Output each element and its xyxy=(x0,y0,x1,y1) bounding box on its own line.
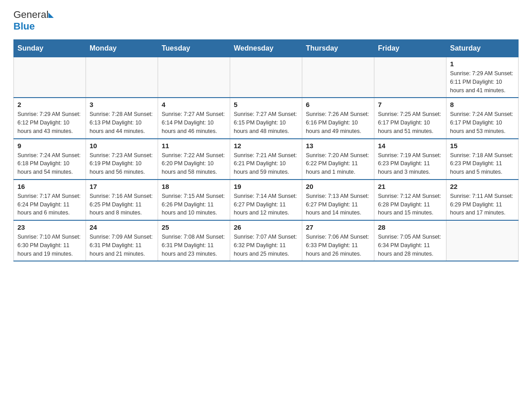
calendar-day-cell xyxy=(230,57,302,98)
day-of-week-header: Tuesday xyxy=(158,40,230,57)
day-info: Sunrise: 7:05 AM Sunset: 6:34 PM Dayligh… xyxy=(378,233,442,258)
day-info: Sunrise: 7:22 AM Sunset: 6:20 PM Dayligh… xyxy=(162,151,226,176)
day-info: Sunrise: 7:26 AM Sunset: 6:16 PM Dayligh… xyxy=(306,110,370,135)
day-number: 26 xyxy=(234,223,298,231)
day-number: 24 xyxy=(90,223,154,231)
day-number: 6 xyxy=(306,101,370,108)
calendar-day-cell xyxy=(302,57,374,98)
calendar-day-cell: 21Sunrise: 7:12 AM Sunset: 6:28 PM Dayli… xyxy=(374,180,446,220)
day-number: 11 xyxy=(162,142,226,150)
calendar-day-cell: 10Sunrise: 7:23 AM Sunset: 6:19 PM Dayli… xyxy=(86,139,158,180)
day-of-week-header: Thursday xyxy=(302,40,374,57)
page-header: General Blue xyxy=(13,9,519,32)
day-info: Sunrise: 7:29 AM Sunset: 6:11 PM Dayligh… xyxy=(450,69,515,94)
day-number: 28 xyxy=(378,223,442,231)
calendar-week-row: 9Sunrise: 7:24 AM Sunset: 6:18 PM Daylig… xyxy=(14,139,519,180)
calendar-day-cell xyxy=(14,57,86,98)
calendar-day-cell: 7Sunrise: 7:25 AM Sunset: 6:17 PM Daylig… xyxy=(374,98,446,138)
day-info: Sunrise: 7:23 AM Sunset: 6:19 PM Dayligh… xyxy=(90,151,154,176)
calendar-day-cell: 27Sunrise: 7:06 AM Sunset: 6:33 PM Dayli… xyxy=(302,220,374,261)
day-number: 12 xyxy=(234,142,298,150)
calendar-day-cell: 25Sunrise: 7:08 AM Sunset: 6:31 PM Dayli… xyxy=(158,220,230,261)
calendar-day-cell: 6Sunrise: 7:26 AM Sunset: 6:16 PM Daylig… xyxy=(302,98,374,138)
day-info: Sunrise: 7:19 AM Sunset: 6:23 PM Dayligh… xyxy=(378,151,442,176)
day-number: 19 xyxy=(234,183,298,190)
day-number: 20 xyxy=(306,183,370,190)
calendar-day-cell: 12Sunrise: 7:21 AM Sunset: 6:21 PM Dayli… xyxy=(230,139,302,180)
day-number: 25 xyxy=(162,223,226,231)
day-info: Sunrise: 7:12 AM Sunset: 6:28 PM Dayligh… xyxy=(378,192,442,217)
day-info: Sunrise: 7:18 AM Sunset: 6:23 PM Dayligh… xyxy=(450,151,515,176)
calendar-day-cell: 24Sunrise: 7:09 AM Sunset: 6:31 PM Dayli… xyxy=(86,220,158,261)
day-of-week-header: Sunday xyxy=(14,40,86,57)
day-number: 16 xyxy=(17,183,82,190)
logo: General Blue xyxy=(13,9,54,32)
day-info: Sunrise: 7:29 AM Sunset: 6:12 PM Dayligh… xyxy=(17,110,82,135)
calendar-week-row: 2Sunrise: 7:29 AM Sunset: 6:12 PM Daylig… xyxy=(14,98,519,138)
calendar-day-cell: 2Sunrise: 7:29 AM Sunset: 6:12 PM Daylig… xyxy=(14,98,86,138)
day-number: 21 xyxy=(378,183,442,190)
calendar-header-row: SundayMondayTuesdayWednesdayThursdayFrid… xyxy=(14,40,519,57)
calendar-week-row: 16Sunrise: 7:17 AM Sunset: 6:24 PM Dayli… xyxy=(14,180,519,220)
calendar-day-cell: 11Sunrise: 7:22 AM Sunset: 6:20 PM Dayli… xyxy=(158,139,230,180)
day-info: Sunrise: 7:21 AM Sunset: 6:21 PM Dayligh… xyxy=(234,151,298,176)
day-info: Sunrise: 7:07 AM Sunset: 6:32 PM Dayligh… xyxy=(234,233,298,258)
day-number: 17 xyxy=(90,183,154,190)
day-number: 7 xyxy=(378,101,442,108)
day-number: 8 xyxy=(450,101,515,108)
day-info: Sunrise: 7:25 AM Sunset: 6:17 PM Dayligh… xyxy=(378,110,442,135)
day-of-week-header: Monday xyxy=(86,40,158,57)
day-info: Sunrise: 7:24 AM Sunset: 6:17 PM Dayligh… xyxy=(450,110,515,135)
day-number: 4 xyxy=(162,101,226,108)
calendar-day-cell: 16Sunrise: 7:17 AM Sunset: 6:24 PM Dayli… xyxy=(14,180,86,220)
calendar-day-cell xyxy=(86,57,158,98)
logo-triangle-icon xyxy=(48,13,54,18)
calendar-day-cell: 26Sunrise: 7:07 AM Sunset: 6:32 PM Dayli… xyxy=(230,220,302,261)
calendar-day-cell: 19Sunrise: 7:14 AM Sunset: 6:27 PM Dayli… xyxy=(230,180,302,220)
day-of-week-header: Friday xyxy=(374,40,446,57)
day-info: Sunrise: 7:10 AM Sunset: 6:30 PM Dayligh… xyxy=(17,233,82,258)
calendar-week-row: 23Sunrise: 7:10 AM Sunset: 6:30 PM Dayli… xyxy=(14,220,519,261)
day-number: 14 xyxy=(378,142,442,150)
day-number: 3 xyxy=(90,101,154,108)
day-number: 1 xyxy=(450,60,515,68)
day-info: Sunrise: 7:20 AM Sunset: 6:22 PM Dayligh… xyxy=(306,151,370,176)
calendar-day-cell: 14Sunrise: 7:19 AM Sunset: 6:23 PM Dayli… xyxy=(374,139,446,180)
day-info: Sunrise: 7:13 AM Sunset: 6:27 PM Dayligh… xyxy=(306,192,370,217)
day-info: Sunrise: 7:17 AM Sunset: 6:24 PM Dayligh… xyxy=(17,192,82,217)
calendar-day-cell: 3Sunrise: 7:28 AM Sunset: 6:13 PM Daylig… xyxy=(86,98,158,138)
calendar-table: SundayMondayTuesdayWednesdayThursdayFrid… xyxy=(13,39,519,261)
day-number: 10 xyxy=(90,142,154,150)
day-of-week-header: Wednesday xyxy=(230,40,302,57)
calendar-week-row: 1Sunrise: 7:29 AM Sunset: 6:11 PM Daylig… xyxy=(14,57,519,98)
day-number: 5 xyxy=(234,101,298,108)
day-info: Sunrise: 7:08 AM Sunset: 6:31 PM Dayligh… xyxy=(162,233,226,258)
calendar-day-cell: 18Sunrise: 7:15 AM Sunset: 6:26 PM Dayli… xyxy=(158,180,230,220)
calendar-day-cell xyxy=(446,220,519,261)
calendar-day-cell: 17Sunrise: 7:16 AM Sunset: 6:25 PM Dayli… xyxy=(86,180,158,220)
day-number: 15 xyxy=(450,142,515,150)
day-info: Sunrise: 7:28 AM Sunset: 6:13 PM Dayligh… xyxy=(90,110,154,135)
day-info: Sunrise: 7:11 AM Sunset: 6:29 PM Dayligh… xyxy=(450,192,515,217)
logo-general: General xyxy=(13,9,48,21)
day-info: Sunrise: 7:14 AM Sunset: 6:27 PM Dayligh… xyxy=(234,192,298,217)
calendar-day-cell: 4Sunrise: 7:27 AM Sunset: 6:14 PM Daylig… xyxy=(158,98,230,138)
calendar-day-cell: 22Sunrise: 7:11 AM Sunset: 6:29 PM Dayli… xyxy=(446,180,519,220)
day-info: Sunrise: 7:24 AM Sunset: 6:18 PM Dayligh… xyxy=(17,151,82,176)
day-number: 9 xyxy=(17,142,82,150)
logo-blue: Blue xyxy=(13,21,35,32)
day-info: Sunrise: 7:27 AM Sunset: 6:15 PM Dayligh… xyxy=(234,110,298,135)
calendar-day-cell: 23Sunrise: 7:10 AM Sunset: 6:30 PM Dayli… xyxy=(14,220,86,261)
calendar-day-cell xyxy=(374,57,446,98)
calendar-day-cell: 9Sunrise: 7:24 AM Sunset: 6:18 PM Daylig… xyxy=(14,139,86,180)
calendar-day-cell: 1Sunrise: 7:29 AM Sunset: 6:11 PM Daylig… xyxy=(446,57,519,98)
day-number: 27 xyxy=(306,223,370,231)
calendar-day-cell: 8Sunrise: 7:24 AM Sunset: 6:17 PM Daylig… xyxy=(446,98,519,138)
calendar-day-cell: 13Sunrise: 7:20 AM Sunset: 6:22 PM Dayli… xyxy=(302,139,374,180)
day-of-week-header: Saturday xyxy=(446,40,519,57)
day-number: 13 xyxy=(306,142,370,150)
day-info: Sunrise: 7:15 AM Sunset: 6:26 PM Dayligh… xyxy=(162,192,226,217)
day-number: 18 xyxy=(162,183,226,190)
calendar-day-cell: 5Sunrise: 7:27 AM Sunset: 6:15 PM Daylig… xyxy=(230,98,302,138)
calendar-day-cell: 28Sunrise: 7:05 AM Sunset: 6:34 PM Dayli… xyxy=(374,220,446,261)
